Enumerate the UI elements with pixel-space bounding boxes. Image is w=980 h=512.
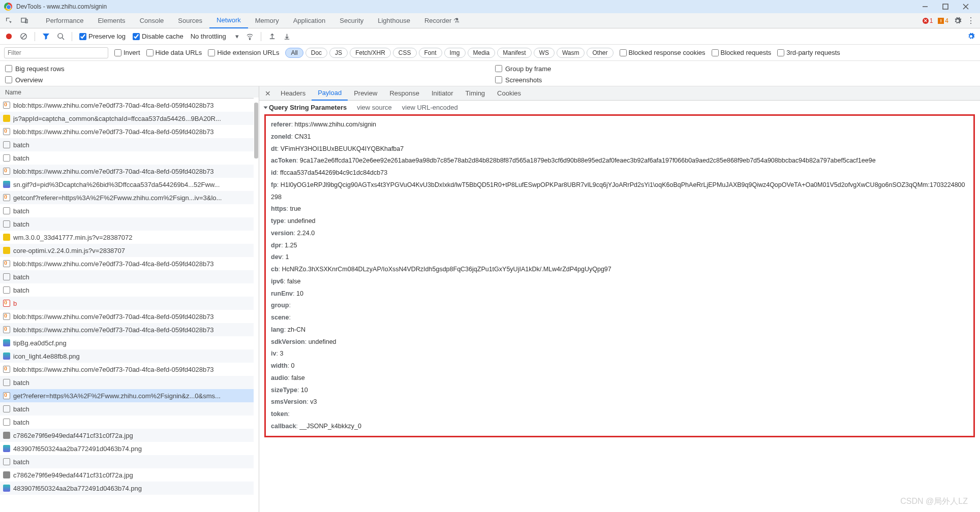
request-row[interactable]: batch xyxy=(0,138,259,151)
request-row[interactable]: core-optimi.v2.24.0.min.js?v=2838707 xyxy=(0,244,259,257)
type-pill-other[interactable]: Other xyxy=(587,48,613,58)
download-icon[interactable] xyxy=(283,33,291,40)
screenshots-checkbox[interactable] xyxy=(495,76,502,83)
request-row[interactable]: batch xyxy=(0,455,259,468)
preserve-log-checkbox[interactable]: Preserve log xyxy=(79,33,126,40)
tab-recorder[interactable]: Recorder ⚗ xyxy=(417,13,467,28)
throttling-dropdown[interactable]: No throttling▾ xyxy=(191,33,239,40)
detail-tab-preview[interactable]: Preview xyxy=(348,86,383,101)
request-row[interactable]: batch xyxy=(0,376,259,389)
invert-checkbox[interactable]: Invert xyxy=(114,49,140,56)
blocked-cookies-checkbox[interactable]: Blocked response cookies xyxy=(620,49,706,56)
type-pill-manifest[interactable]: Manifest xyxy=(497,48,531,58)
tab-application[interactable]: Application xyxy=(286,13,333,28)
hide-data-urls-checkbox[interactable]: Hide data URLs xyxy=(146,49,202,56)
request-row[interactable]: blob:https://www.zhihu.com/e7e0df73-70ad… xyxy=(0,165,259,178)
detail-tab-cookies[interactable]: Cookies xyxy=(491,86,527,101)
request-row[interactable]: get?referer=https%3A%2F%2Fwww.zhihu.com%… xyxy=(0,389,259,402)
view-url-encoded-link[interactable]: view URL-encoded xyxy=(402,104,458,111)
request-row[interactable]: js?appId=captcha_common&captchaId=ffccaa… xyxy=(0,112,259,125)
request-row[interactable]: tipBg.ea0d5cf.png xyxy=(0,336,259,349)
tab-console[interactable]: Console xyxy=(133,13,171,28)
type-pill-ws[interactable]: WS xyxy=(534,48,555,58)
request-row[interactable]: batch xyxy=(0,283,259,297)
request-row[interactable]: 483907f650324aa2ba772491d0463b74.png xyxy=(0,442,259,455)
tab-elements[interactable]: Elements xyxy=(90,13,132,28)
group-by-frame-checkbox[interactable] xyxy=(495,65,502,72)
search-icon[interactable] xyxy=(57,33,65,40)
request-row[interactable]: 483907f650324aa2ba772491d0463b74.png xyxy=(0,482,259,495)
request-row[interactable]: icon_light.4e88fb8.png xyxy=(0,349,259,363)
request-row[interactable]: batch xyxy=(0,402,259,415)
param-cb: cbHcNRZo.3hXSXKnrCm084DLzyAP/IoXssN4VDRz… xyxy=(271,264,968,276)
detail-tab-initiator[interactable]: Initiator xyxy=(425,86,460,101)
tab-sources[interactable]: Sources xyxy=(171,13,209,28)
wifi-icon[interactable] xyxy=(246,33,254,40)
request-row[interactable]: batch xyxy=(0,151,259,165)
close-detail-button[interactable]: ✕ xyxy=(262,89,273,98)
request-row[interactable]: batch xyxy=(0,217,259,231)
warnings-badge[interactable]: !4 xyxy=(938,17,948,24)
request-row[interactable]: b xyxy=(0,297,259,310)
device-icon[interactable] xyxy=(20,17,28,25)
request-row[interactable]: getconf?referer=https%3A%2F%2Fwww.zhihu.… xyxy=(0,191,259,204)
type-pill-fetch-xhr[interactable]: Fetch/XHR xyxy=(350,48,391,58)
type-pill-all[interactable]: All xyxy=(285,48,303,58)
request-row[interactable]: c7862e79f6e949edaf4471cf31c0f72a.jpg xyxy=(0,468,259,482)
type-pill-font[interactable]: Font xyxy=(419,48,442,58)
request-row[interactable]: c7862e79f6e949edaf4471cf31c0f72a.jpg xyxy=(0,429,259,442)
param-ipv6: ipv6false xyxy=(271,276,968,288)
tab-lighthouse[interactable]: Lighthouse xyxy=(371,13,417,28)
png-icon xyxy=(3,471,10,478)
window-minimize-button[interactable] xyxy=(915,0,935,13)
request-row[interactable]: blob:https://www.zhihu.com/e7e0df73-70ad… xyxy=(0,323,259,336)
view-source-link[interactable]: view source xyxy=(357,104,392,111)
blocked-requests-checkbox[interactable]: Blocked requests xyxy=(712,49,772,56)
request-row[interactable]: blob:https://www.zhihu.com/e7e0df73-70ad… xyxy=(0,125,259,138)
type-pill-img[interactable]: Img xyxy=(444,48,466,58)
detail-tab-timing[interactable]: Timing xyxy=(460,86,492,101)
tab-performance[interactable]: Performance xyxy=(39,13,90,28)
gear-icon[interactable] xyxy=(954,17,962,25)
request-row[interactable]: batch xyxy=(0,270,259,283)
tab-security[interactable]: Security xyxy=(332,13,371,28)
clear-button[interactable] xyxy=(20,33,27,40)
network-settings-icon[interactable] xyxy=(967,33,975,40)
request-row[interactable]: batch xyxy=(0,204,259,217)
detail-tab-headers[interactable]: Headers xyxy=(274,86,312,101)
detail-tab-payload[interactable]: Payload xyxy=(312,86,348,101)
record-button[interactable] xyxy=(5,33,13,40)
request-list-header[interactable]: Name xyxy=(0,86,259,99)
scrollbar[interactable] xyxy=(254,103,258,158)
type-pill-doc[interactable]: Doc xyxy=(305,48,327,58)
request-row[interactable]: batch xyxy=(0,415,259,429)
big-rows-checkbox[interactable] xyxy=(5,65,12,72)
request-row[interactable]: blob:https://www.zhihu.com/e7e0df73-70ad… xyxy=(0,363,259,376)
collapse-icon[interactable] xyxy=(264,107,268,109)
inspect-icon[interactable] xyxy=(5,17,13,25)
errors-badge[interactable]: ✕1 xyxy=(923,17,933,24)
detail-tab-response[interactable]: Response xyxy=(383,86,425,101)
tab-network[interactable]: Network xyxy=(209,13,248,28)
upload-icon[interactable] xyxy=(268,33,276,40)
filter-icon[interactable] xyxy=(42,33,50,40)
request-row[interactable]: blob:https://www.zhihu.com/e7e0df73-70ad… xyxy=(0,310,259,323)
window-maximize-button[interactable] xyxy=(935,0,956,13)
third-party-checkbox[interactable]: 3rd-party requests xyxy=(777,49,840,56)
disable-cache-checkbox[interactable]: Disable cache xyxy=(133,33,183,40)
type-pill-css[interactable]: CSS xyxy=(393,48,417,58)
more-icon[interactable]: ⋮ xyxy=(967,16,975,25)
request-row[interactable]: sn.gif?d=pid%3Dcaptcha%26bid%3Dffccaa537… xyxy=(0,178,259,191)
filter-input[interactable] xyxy=(4,47,108,58)
request-row[interactable]: wm.3.0.0_33d41777.min.js?v=28387072 xyxy=(0,231,259,244)
type-pill-media[interactable]: Media xyxy=(468,48,496,58)
type-pill-js[interactable]: JS xyxy=(329,48,348,58)
window-close-button[interactable] xyxy=(956,0,976,13)
request-row[interactable]: blob:https://www.zhihu.com/e7e0df73-70ad… xyxy=(0,99,259,112)
request-row[interactable]: blob:https://www.zhihu.com/e7e0df73-70ad… xyxy=(0,257,259,270)
hide-extension-urls-checkbox[interactable]: Hide extension URLs xyxy=(208,49,279,56)
tab-memory[interactable]: Memory xyxy=(248,13,286,28)
overview-checkbox[interactable] xyxy=(5,76,12,83)
doc-icon xyxy=(3,141,10,148)
type-pill-wasm[interactable]: Wasm xyxy=(557,48,585,58)
